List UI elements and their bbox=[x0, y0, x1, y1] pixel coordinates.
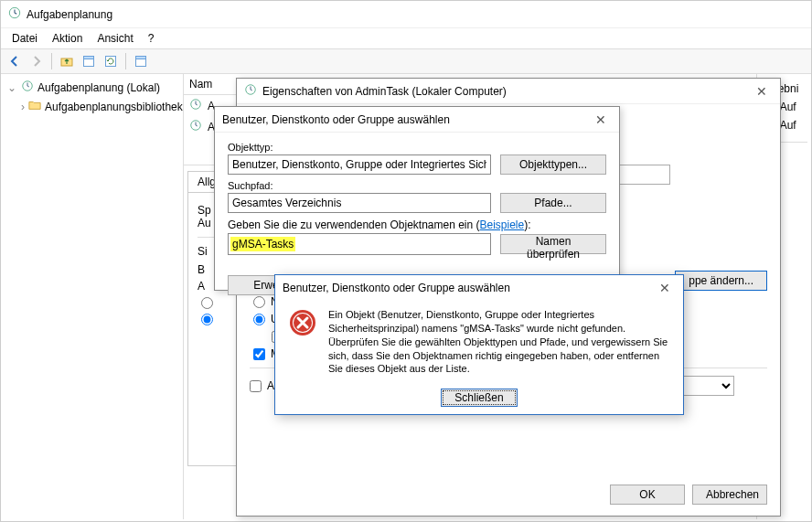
tree-panel: ⌄ Aufgabenplanung (Lokal) › Aufgabenplan… bbox=[1, 74, 184, 519]
label: Au bbox=[198, 217, 211, 229]
error-dialog: Benutzer, Dienstkonto oder Gruppe auswäh… bbox=[274, 274, 684, 415]
titlebar: Aufgabenplanung bbox=[1, 1, 811, 28]
label: Sp bbox=[198, 204, 211, 217]
check-names-button[interactable]: Namen überprüfen bbox=[500, 234, 606, 254]
expand-icon[interactable]: › bbox=[21, 101, 25, 113]
object-name-value: gMSA-Tasks bbox=[230, 237, 295, 251]
folder-icon bbox=[28, 99, 41, 114]
error-icon bbox=[288, 308, 317, 376]
error-text: Ein Objekt (Benutzer, Dienstkonto, Grupp… bbox=[328, 308, 670, 376]
object-name-label: Geben Sie die zu verwendenden Objektname… bbox=[228, 218, 606, 231]
svg-rect-6 bbox=[136, 57, 146, 59]
run-whether-logged-radio[interactable] bbox=[253, 314, 265, 325]
object-type-label: Objekttyp: bbox=[228, 142, 606, 153]
clock-icon bbox=[21, 80, 34, 95]
menubar: Datei Aktion Ansicht ? bbox=[1, 28, 811, 48]
ok-button[interactable]: OK bbox=[610, 485, 685, 505]
view-button-2[interactable] bbox=[131, 51, 151, 71]
locations-button[interactable]: Pfade... bbox=[500, 193, 606, 213]
svg-rect-4 bbox=[106, 57, 116, 67]
menu-view[interactable]: Ansicht bbox=[90, 30, 140, 47]
close-icon[interactable]: ✕ bbox=[590, 111, 612, 129]
back-button[interactable] bbox=[5, 51, 25, 71]
tree-root[interactable]: ⌄ Aufgabenplanung (Lokal) bbox=[5, 78, 179, 97]
radio-option[interactable] bbox=[201, 297, 213, 309]
tree-root-label: Aufgabenplanung (Lokal) bbox=[37, 81, 160, 94]
select-object-dialog: Benutzer, Dienstkonto oder Gruppe auswäh… bbox=[214, 106, 620, 291]
change-user-button[interactable]: ppe ändern... bbox=[675, 271, 767, 291]
dialog-title-text: Benutzer, Dienstkonto oder Gruppe auswäh… bbox=[222, 113, 450, 126]
close-icon[interactable]: ✕ bbox=[654, 279, 676, 297]
view-button-1[interactable] bbox=[79, 51, 99, 71]
tree-child-label: Aufgabenplanungsbibliothek bbox=[45, 101, 183, 113]
object-name-input[interactable]: gMSA-Tasks bbox=[228, 233, 491, 255]
cancel-button[interactable]: Abbrechen bbox=[692, 485, 767, 505]
clock-icon bbox=[244, 83, 257, 99]
separator bbox=[125, 53, 126, 69]
hidden-checkbox[interactable] bbox=[250, 380, 262, 392]
examples-link[interactable]: Beispiele bbox=[480, 218, 525, 231]
close-button[interactable]: Schließen bbox=[441, 389, 517, 407]
tree-child[interactable]: › Aufgabenplanungsbibliothek bbox=[5, 97, 179, 116]
location-label: Suchpfad: bbox=[228, 180, 606, 191]
location-field bbox=[228, 193, 491, 213]
window-title: Aufgabenplanung bbox=[27, 8, 112, 21]
object-types-button[interactable]: Objekttypen... bbox=[500, 154, 606, 175]
expand-icon[interactable]: ⌄ bbox=[6, 81, 17, 94]
dialog-title-text: Eigenschaften von AdminTask (Lokaler Com… bbox=[262, 85, 507, 98]
folder-up-button[interactable] bbox=[57, 51, 77, 71]
clock-icon bbox=[8, 6, 21, 22]
dialog-title-text: Benutzer, Dienstkonto oder Gruppe auswäh… bbox=[283, 282, 510, 294]
toolbar bbox=[1, 48, 811, 74]
forward-button[interactable] bbox=[27, 51, 47, 71]
menu-action[interactable]: Aktion bbox=[45, 30, 90, 47]
object-type-field bbox=[228, 154, 491, 175]
radio-option[interactable] bbox=[201, 314, 213, 325]
separator bbox=[51, 53, 52, 69]
menu-help[interactable]: ? bbox=[141, 30, 162, 47]
dialog-body: Ein Objekt (Benutzer, Dienstkonto, Grupp… bbox=[275, 301, 683, 383]
close-icon[interactable]: ✕ bbox=[751, 82, 773, 101]
menu-file[interactable]: Datei bbox=[5, 30, 45, 47]
dialog-title: Benutzer, Dienstkonto oder Gruppe auswäh… bbox=[215, 107, 619, 133]
dialog-title: Benutzer, Dienstkonto oder Gruppe auswäh… bbox=[275, 275, 683, 301]
clock-icon bbox=[189, 98, 202, 113]
dialog-title: Eigenschaften von AdminTask (Lokaler Com… bbox=[237, 79, 780, 104]
svg-rect-3 bbox=[84, 57, 94, 59]
clock-icon bbox=[189, 119, 202, 134]
highest-priv-checkbox[interactable] bbox=[253, 348, 265, 360]
refresh-button[interactable] bbox=[101, 51, 121, 71]
